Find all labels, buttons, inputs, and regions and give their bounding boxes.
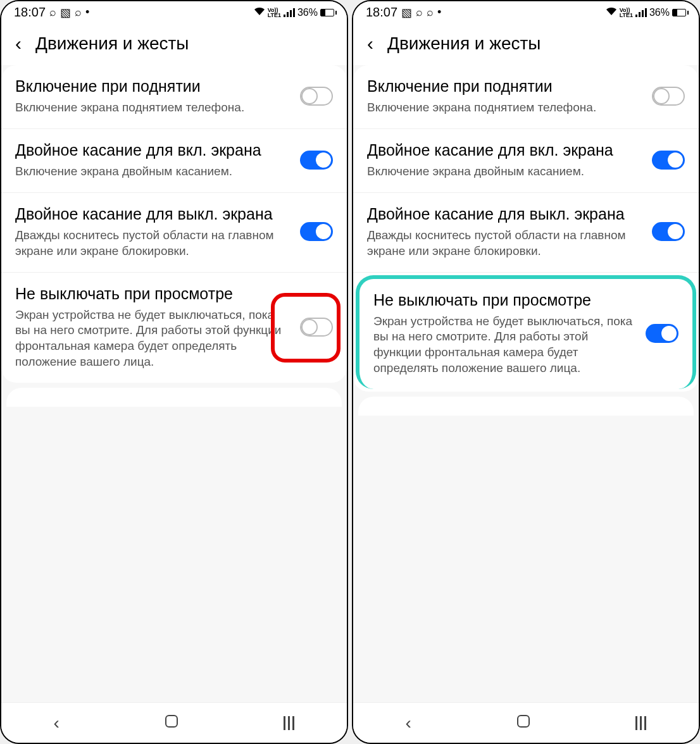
toggle-double-tap-off[interactable]: [300, 222, 333, 241]
nav-bar: ‹: [1, 702, 347, 743]
setting-title: Включение при поднятии: [367, 77, 644, 96]
setting-smart-stay[interactable]: Не выключать при просмотре Экран устройс…: [356, 275, 696, 389]
nav-back-button[interactable]: ‹: [388, 709, 429, 737]
svg-rect-1: [518, 716, 529, 727]
setting-desc: Экран устройства не будет выключаться, п…: [15, 307, 292, 370]
search-icon: ⌕: [416, 6, 423, 19]
toggle-double-tap-off[interactable]: [652, 222, 685, 241]
page-title: Движения и жесты: [387, 34, 541, 54]
volte-icon: Vo))LTE1: [268, 8, 281, 18]
nav-recents-button[interactable]: [618, 711, 664, 735]
setting-desc: Включение экрана двойным касанием.: [367, 164, 644, 180]
next-card-peek: [358, 397, 694, 416]
status-time: 18:07: [366, 5, 397, 20]
toggle-lift-to-wake[interactable]: [300, 87, 333, 106]
setting-title: Не выключать при просмотре: [373, 290, 638, 310]
setting-desc: Включение экрана поднятием телефона.: [367, 100, 644, 116]
setting-lift-to-wake[interactable]: Включение при поднятии Включение экрана …: [1, 65, 347, 129]
toggle-smart-stay[interactable]: [646, 324, 678, 343]
setting-title: Включение при поднятии: [15, 77, 292, 96]
status-bar: 18:07 ▧ ⌕ ⌕ • Vo))LTE1 36%: [353, 1, 699, 21]
search-icon: ⌕: [49, 6, 56, 19]
search-icon: ⌕: [427, 6, 434, 19]
toggle-double-tap-on[interactable]: [652, 151, 685, 170]
status-time: 18:07: [14, 5, 46, 20]
title-bar: ‹ Движения и жесты: [353, 21, 699, 65]
page-title: Движения и жесты: [35, 34, 189, 54]
nav-home-button[interactable]: [498, 709, 549, 737]
nav-bar: ‹: [353, 702, 699, 743]
setting-double-tap-off[interactable]: Двойное касание для выкл. экрана Дважды …: [353, 193, 699, 273]
status-bar: 18:07 ⌕ ▧ ⌕ • Vo))LTE1 36%: [1, 1, 347, 21]
dot-icon: •: [437, 6, 441, 19]
battery-icon: [672, 9, 689, 16]
signal-icon: [635, 8, 647, 17]
dot-icon: •: [85, 6, 89, 19]
setting-title: Двойное касание для вкл. экрана: [15, 140, 292, 160]
setting-title: Двойное касание для вкл. экрана: [367, 140, 644, 160]
next-card-peek: [6, 388, 342, 407]
signal-icon: [284, 8, 295, 17]
title-bar: ‹ Движения и жесты: [1, 21, 347, 65]
setting-desc: Дважды коснитесь пустой области на главн…: [367, 228, 644, 259]
toggle-smart-stay[interactable]: [300, 318, 333, 337]
setting-desc: Включение экрана поднятием телефона.: [15, 100, 292, 116]
setting-desc: Экран устройства не будет выключаться, п…: [373, 314, 638, 376]
battery-percent: 36%: [297, 7, 318, 18]
battery-icon: [320, 9, 337, 16]
setting-title: Не выключать при просмотре: [15, 284, 292, 304]
setting-title: Двойное касание для выкл. экрана: [15, 204, 292, 224]
nav-home-button[interactable]: [146, 709, 197, 737]
setting-desc: Дважды коснитесь пустой области на главн…: [15, 228, 292, 259]
svg-rect-0: [166, 716, 177, 727]
gallery-icon: ▧: [401, 6, 412, 20]
setting-smart-stay[interactable]: Не выключать при просмотре Экран устройс…: [1, 273, 347, 383]
setting-desc: Включение экрана двойным касанием.: [15, 164, 292, 180]
gallery-icon: ▧: [60, 6, 71, 20]
wifi-icon: [606, 6, 617, 19]
nav-back-button[interactable]: ‹: [36, 709, 77, 737]
toggle-double-tap-on[interactable]: [300, 151, 333, 170]
setting-lift-to-wake[interactable]: Включение при поднятии Включение экрана …: [353, 65, 699, 129]
back-button[interactable]: ‹: [11, 34, 25, 53]
back-button[interactable]: ‹: [363, 34, 377, 53]
nav-recents-button[interactable]: [266, 711, 312, 735]
wifi-icon: [254, 6, 265, 19]
volte-icon: Vo))LTE1: [620, 8, 633, 18]
search-icon: ⌕: [75, 6, 82, 19]
phone-screenshot-right: 18:07 ▧ ⌕ ⌕ • Vo))LTE1 36% ‹ Движения и …: [352, 0, 700, 744]
setting-double-tap-on[interactable]: Двойное касание для вкл. экрана Включени…: [353, 129, 699, 193]
phone-screenshot-left: 18:07 ⌕ ▧ ⌕ • Vo))LTE1 36% ‹ Движения и …: [0, 0, 348, 744]
battery-percent: 36%: [649, 7, 670, 18]
setting-double-tap-on[interactable]: Двойное касание для вкл. экрана Включени…: [1, 129, 347, 193]
setting-title: Двойное касание для выкл. экрана: [367, 204, 644, 224]
setting-double-tap-off[interactable]: Двойное касание для выкл. экрана Дважды …: [1, 193, 347, 273]
toggle-lift-to-wake[interactable]: [652, 87, 685, 106]
